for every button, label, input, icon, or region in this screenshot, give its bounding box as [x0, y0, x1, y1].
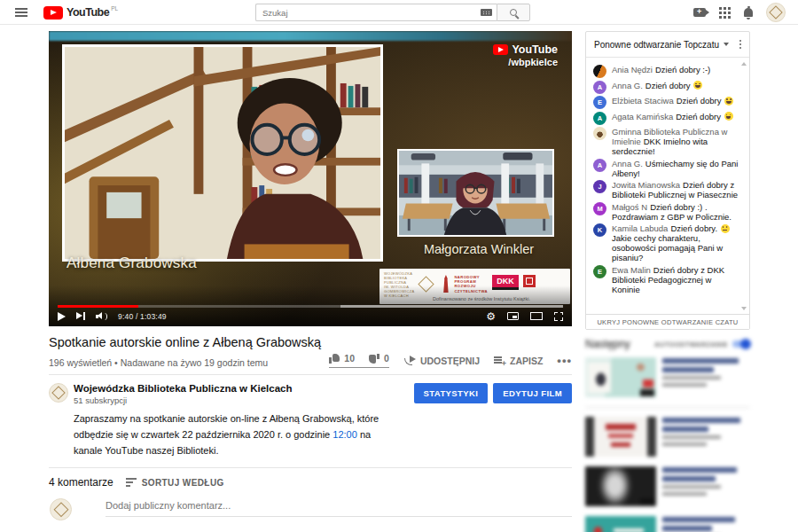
more-actions-icon[interactable]: •••: [557, 354, 572, 367]
sort-by-button[interactable]: SORTUJ WEDŁUG: [126, 478, 224, 488]
theater-mode-icon[interactable]: [530, 312, 543, 320]
chat-avatar: A: [593, 159, 606, 172]
youtube-watch-page: YouTube PL: [0, 0, 798, 532]
video-thumbnail-poster-white-red: [585, 417, 656, 457]
menu-hamburger-icon[interactable]: [15, 8, 27, 17]
like-count: 10: [344, 353, 355, 364]
save-button[interactable]: ZAPISZ: [494, 356, 543, 366]
chat-avatar: K: [593, 223, 606, 237]
youtube-play-icon: [43, 6, 63, 20]
edit-video-button[interactable]: EDYTUJ FILM: [493, 383, 572, 403]
blurred-text-line: [662, 467, 737, 473]
video-thumbnail-collage-teal-meeting: [585, 357, 656, 397]
keyboard-icon[interactable]: [481, 9, 492, 16]
search-input[interactable]: [262, 8, 481, 18]
account-avatar[interactable]: [766, 3, 786, 22]
hide-chat-button[interactable]: UKRYJ PONOWNE ODTWARZANIE CZATU: [586, 314, 749, 329]
settings-gear-icon[interactable]: ⚙: [486, 311, 496, 322]
chat-avatar: A: [593, 81, 606, 94]
recommended-video[interactable]: [585, 417, 750, 457]
miniplayer-icon[interactable]: [507, 312, 519, 320]
blurred-text-line: [662, 376, 721, 379]
view-count-meta: 196 wyświetleń • Nadawane na żywo 19 god…: [49, 357, 268, 368]
chat-menu-icon[interactable]: [739, 40, 742, 50]
search-area: [255, 4, 530, 21]
blurred-text-line: [662, 485, 721, 489]
recommended-list: [585, 357, 750, 532]
video-player[interactable]: Ałbena Grabowska Małgorzata Winkler YouT…: [49, 31, 572, 326]
apps-grid-icon[interactable]: [719, 7, 722, 10]
speaker-name-main: Ałbena Grabowska: [66, 254, 197, 272]
up-next-label: Następny: [585, 338, 630, 350]
play-button[interactable]: [58, 309, 66, 324]
section-divider: [49, 467, 572, 468]
chat-author: Małgoś N: [612, 202, 647, 212]
blurred-text-line: [662, 418, 740, 423]
comments-header: 4 komentarze SORTUJ WEDŁUG: [49, 476, 572, 489]
watermark-brand: YouTube: [512, 43, 558, 56]
blurred-text-line: [662, 442, 707, 446]
chat-message-text: Dzień dobry: [676, 112, 733, 121]
chat-author: Ewa Malin: [612, 265, 651, 275]
blurred-text-line: [662, 435, 721, 439]
notifications-bell-icon[interactable]: [744, 8, 753, 17]
chat-message: AAgata KamińskaDzień dobry: [593, 112, 739, 125]
progress-played: [58, 305, 138, 308]
webcam-pip-speaker: [397, 149, 554, 237]
own-avatar: [50, 498, 72, 520]
blurred-text-line: [662, 358, 739, 364]
dislike-button[interactable]: 0: [369, 353, 389, 364]
chat-avatar: [593, 65, 606, 78]
share-button[interactable]: UDOSTĘPNIJ: [403, 356, 480, 366]
like-button[interactable]: 10: [329, 353, 355, 364]
blurred-text-line: [662, 476, 716, 481]
chat-message: Gminna Biblioteka Publiczna w ImielnieDK…: [593, 127, 739, 156]
chat-message-text: Dzień dobry: [645, 81, 703, 90]
statistics-button[interactable]: STATYSTYKI: [414, 383, 489, 403]
chat-mode-dropdown[interactable]: Ponowne odtwarzanie Topczatu: [594, 40, 729, 50]
chat-message: AAnna G.Uśmiechamy się do Pani Ałbeny!: [593, 159, 739, 178]
save-playlist-icon: [494, 356, 505, 365]
comment-input-row: [49, 498, 572, 520]
autoplay-label: AUTOODTWARZANIE: [654, 340, 728, 348]
chat-message: EEwa MalinDzień dobry z DKK Biblioteki P…: [593, 265, 739, 294]
blurred-text-line: [662, 517, 735, 522]
volume-button[interactable]: [96, 309, 107, 324]
chat-message: MMałgoś NDzień dobry :) . Pozdrawiam z G…: [593, 202, 739, 222]
chat-scroll-up-icon[interactable]: [741, 62, 747, 66]
next-button[interactable]: [76, 309, 85, 324]
chat-message: EElżbieta StaciwaDzień dobry: [593, 96, 739, 109]
youtube-logo[interactable]: YouTube PL: [43, 5, 118, 20]
create-video-icon[interactable]: [693, 8, 706, 17]
recommended-video[interactable]: [585, 516, 750, 532]
chat-scroll-down-icon[interactable]: [741, 307, 747, 310]
chat-message-text: Dzień dobry: [677, 96, 734, 106]
chat-avatar: E: [593, 265, 606, 278]
progress-bar[interactable]: [58, 305, 563, 308]
chat-author: Agata Kamińska: [612, 112, 673, 121]
channel-name[interactable]: Wojewódzka Biblioteka Publiczna w Kielca…: [74, 383, 292, 394]
video-background-strip: [49, 31, 572, 41]
comment-input[interactable]: [106, 498, 572, 517]
recommended-section-blurred: Następny AUTOODTWARZANIE: [585, 338, 750, 532]
fullscreen-icon[interactable]: [554, 312, 563, 321]
chat-avatar: E: [593, 96, 606, 109]
channel-watermark[interactable]: YouTube /wbpkielce: [493, 43, 558, 67]
chat-avatar: J: [593, 180, 606, 193]
emoji-grin: [724, 97, 733, 106]
search-box[interactable]: [255, 4, 497, 21]
comments-count: 4 komentarze: [49, 476, 113, 489]
recommended-video[interactable]: [585, 357, 750, 397]
video-thumbnail-teal-red-logo: [585, 516, 656, 532]
channel-avatar[interactable]: [49, 383, 68, 403]
timestamp-link[interactable]: 12:00: [332, 429, 357, 440]
chat-messages: Ania NędziDzień dobry :-)AAnna G.Dzień d…: [586, 59, 749, 314]
thumbs-down-icon: [369, 354, 379, 364]
search-button[interactable]: [497, 4, 530, 21]
autoplay-toggle[interactable]: [732, 340, 750, 348]
secondary-column: Ponowne odtwarzanie Topczatu Ania NędziD…: [585, 31, 750, 532]
youtube-wordmark: YouTube: [66, 6, 109, 19]
chat-message: AAnna G.Dzień dobry: [593, 81, 739, 94]
subscriber-count: 51 subskrypcji: [74, 395, 292, 405]
recommended-video[interactable]: [585, 466, 750, 506]
